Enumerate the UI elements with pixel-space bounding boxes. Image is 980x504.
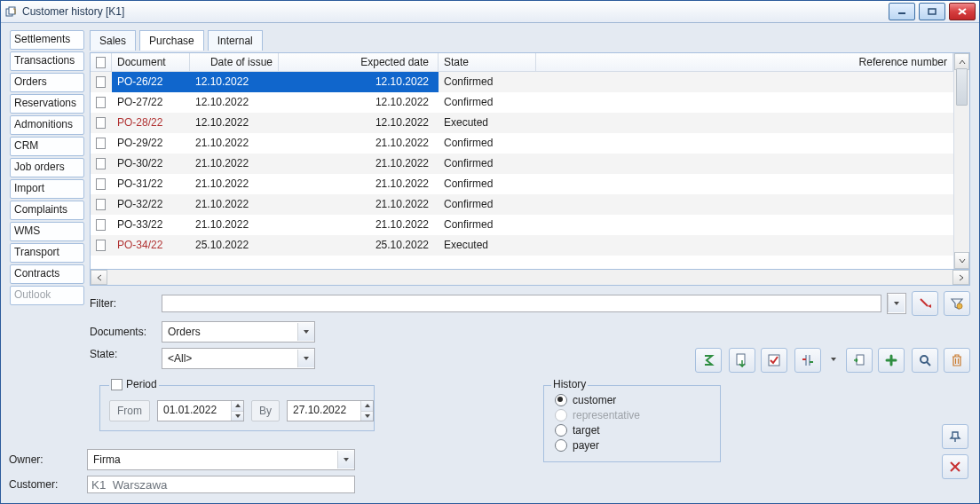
sidebar-item-admonitions[interactable]: Admonitions: [10, 115, 84, 135]
grid: Document Date of issue Expected date Sta…: [90, 52, 970, 270]
filter-config-button[interactable]: [944, 291, 970, 316]
sum-button[interactable]: [695, 348, 722, 373]
close-button[interactable]: [949, 3, 976, 20]
col-expected-date[interactable]: Expected date: [279, 53, 439, 71]
col-reference-number[interactable]: Reference number: [536, 53, 953, 71]
row-checkbox[interactable]: [96, 76, 106, 88]
sidebar-item-outlook: Outlook: [10, 286, 84, 305]
owner-label: Owner:: [9, 453, 82, 466]
minimize-button[interactable]: [889, 3, 915, 20]
history-group: History customerrepresentativetargetpaye…: [543, 385, 721, 462]
tab-sales[interactable]: Sales: [90, 30, 136, 51]
cell-state: Confirmed: [439, 154, 536, 174]
table-row[interactable]: PO-27/2212.10.202212.10.2022Confirmed: [91, 92, 953, 113]
row-checkbox[interactable]: [96, 138, 106, 149]
period-to-input[interactable]: 27.10.2022: [287, 400, 374, 421]
horizontal-scrollbar[interactable]: [90, 270, 970, 286]
sidebar-item-orders[interactable]: Orders: [10, 73, 84, 92]
col-state[interactable]: State: [439, 53, 536, 71]
sidebar-item-reservations[interactable]: Reservations: [10, 94, 84, 114]
chevron-down-icon: [297, 323, 314, 341]
table-row[interactable]: PO-33/2221.10.202221.10.2022Confirmed: [91, 215, 953, 235]
filter-input[interactable]: [162, 295, 881, 312]
history-option-customer[interactable]: customer: [555, 394, 709, 406]
cell-document: PO-28/22: [112, 113, 190, 133]
cell-expected: 12.10.2022: [279, 113, 439, 133]
close-panel-button[interactable]: [942, 454, 968, 479]
action-1-button[interactable]: [794, 348, 821, 373]
svg-rect-7: [737, 354, 745, 365]
scroll-left-icon[interactable]: [91, 270, 107, 285]
cell-document: PO-34/22: [112, 235, 190, 256]
table-row[interactable]: PO-34/2225.10.202225.10.2022Executed: [91, 235, 953, 256]
cell-expected: 12.10.2022: [279, 72, 439, 92]
period-legend: Period: [126, 378, 157, 390]
col-document[interactable]: Document: [112, 53, 190, 71]
period-from-input[interactable]: 01.01.2022: [157, 400, 244, 421]
table-row[interactable]: PO-28/2212.10.202212.10.2022Executed: [91, 113, 953, 133]
maximize-button[interactable]: [919, 3, 945, 20]
owner-select[interactable]: Firma: [87, 449, 355, 470]
row-checkbox[interactable]: [96, 199, 106, 210]
customer-display: [87, 476, 355, 493]
sidebar-item-settlements[interactable]: Settlements: [10, 30, 84, 50]
tab-purchase[interactable]: Purchase: [139, 30, 204, 51]
pin-button[interactable]: [942, 424, 968, 449]
row-checkbox[interactable]: [96, 158, 106, 169]
history-option-target[interactable]: target: [555, 424, 709, 437]
sidebar-item-import[interactable]: Import: [10, 179, 84, 199]
sidebar-item-transport[interactable]: Transport: [10, 243, 84, 263]
table-row[interactable]: PO-30/2221.10.202221.10.2022Confirmed: [91, 154, 953, 174]
sidebar-item-transactions[interactable]: Transactions: [10, 51, 84, 71]
cell-expected: 25.10.2022: [279, 235, 439, 256]
add-button[interactable]: [878, 348, 905, 373]
sidebar-item-wms[interactable]: WMS: [10, 222, 84, 241]
documents-select[interactable]: Orders: [162, 321, 315, 343]
delete-button[interactable]: [944, 348, 970, 373]
cell-date-issue: 12.10.2022: [190, 113, 279, 133]
col-date-of-issue[interactable]: Date of issue: [190, 53, 279, 71]
history-option-payer[interactable]: payer: [555, 439, 709, 452]
check-button[interactable]: [761, 348, 787, 373]
cell-reference: [536, 133, 953, 154]
cell-state: Executed: [439, 113, 536, 133]
sidebar-item-complaints[interactable]: Complaints: [10, 201, 84, 220]
scroll-thumb[interactable]: [956, 68, 968, 106]
row-checkbox[interactable]: [96, 97, 106, 108]
period-checkbox[interactable]: [111, 379, 122, 390]
row-checkbox[interactable]: [96, 178, 106, 190]
table-row[interactable]: PO-31/2221.10.202221.10.2022Confirmed: [91, 174, 953, 194]
cell-document: PO-31/22: [112, 174, 190, 194]
cell-document: PO-33/22: [112, 215, 190, 235]
table-row[interactable]: PO-26/2212.10.202212.10.2022Confirmed: [91, 72, 953, 92]
chevron-down-icon: [337, 451, 354, 469]
export-button[interactable]: [729, 348, 755, 373]
row-checkbox[interactable]: [96, 219, 106, 231]
period-from-label: From: [109, 400, 150, 421]
row-checkbox[interactable]: [96, 240, 106, 251]
filter-apply-button[interactable]: [912, 291, 938, 316]
scroll-down-icon[interactable]: [954, 252, 969, 269]
radio-icon: [555, 409, 567, 421]
select-all-checkbox[interactable]: [96, 57, 106, 68]
table-row[interactable]: PO-29/2221.10.202221.10.2022Confirmed: [91, 133, 953, 154]
sidebar-item-contracts[interactable]: Contracts: [10, 264, 84, 284]
sidebar-item-crm[interactable]: CRM: [10, 137, 84, 156]
history-legend: History: [551, 378, 588, 390]
action-2-button[interactable]: [846, 348, 873, 373]
vertical-scrollbar[interactable]: [953, 53, 969, 269]
cell-date-issue: 21.10.2022: [190, 133, 279, 154]
scroll-right-icon[interactable]: [952, 270, 969, 285]
preview-button[interactable]: [912, 348, 938, 373]
chevron-down-icon: [297, 350, 314, 367]
sidebar-item-job-orders[interactable]: Job orders: [10, 158, 84, 177]
state-select[interactable]: <All>: [162, 348, 315, 369]
row-checkbox[interactable]: [96, 117, 106, 129]
tab-internal[interactable]: Internal: [208, 30, 263, 51]
table-row[interactable]: PO-32/2221.10.202221.10.2022Confirmed: [91, 194, 953, 215]
cell-date-issue: 21.10.2022: [190, 215, 279, 235]
radio-label: customer: [573, 394, 616, 406]
documents-label: Documents:: [90, 326, 156, 338]
history-option-representative: representative: [555, 409, 709, 421]
filter-dropdown-button[interactable]: [888, 295, 905, 312]
